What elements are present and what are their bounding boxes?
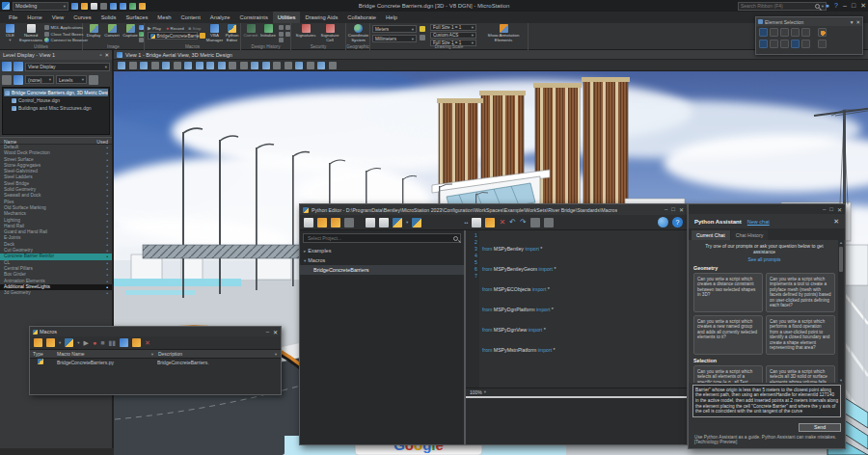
presentation-icon[interactable] <box>129 62 137 69</box>
pe-delete-icon[interactable]: ✕ <box>499 218 505 227</box>
new-chat-link[interactable]: New chat <box>747 219 770 225</box>
pe-redo-icon[interactable]: ↷ <box>520 218 527 227</box>
vba-manager-button[interactable]: VBA Manager <box>206 24 223 43</box>
apply-to-open-views-icon[interactable] <box>2 75 12 85</box>
maximize-button[interactable]: □ <box>852 0 855 12</box>
play-macro-button[interactable]: ▶Play <box>148 25 161 31</box>
change-level-icon[interactable] <box>2 62 12 71</box>
image-extra-icon-2[interactable] <box>139 32 144 37</box>
tab-chat-history[interactable]: Chat History <box>731 230 769 240</box>
signature-cell-button[interactable]: Signature Cell <box>318 24 341 43</box>
tree-item-reference-2[interactable]: Buildings and Misc Structures.dgn <box>4 104 108 112</box>
filter-dropdown[interactable]: (none)▾ <box>25 75 54 84</box>
display-button[interactable]: Display <box>85 24 102 39</box>
drawing-scale-dropdown[interactable]: Full Size 1 = 1▾ <box>430 24 476 31</box>
open-python-macro-icon[interactable] <box>65 338 73 347</box>
tab-collaborate[interactable]: Collaborate <box>342 12 381 23</box>
app-title-bar[interactable]: Modeling▾ Bridge Concrete Barriers.dgn [… <box>0 0 868 12</box>
acs-dropdown[interactable]: Custom ACS▾ <box>430 32 476 39</box>
view-attributes-icon[interactable] <box>140 62 148 69</box>
qat-open-icon[interactable] <box>81 3 88 10</box>
commit-button[interactable]: Commit <box>243 24 258 39</box>
tab-curves[interactable]: Curves <box>68 12 95 23</box>
macro-row[interactable]: BridgeConcreteBarriers.py BridgeConcrete… <box>30 359 281 367</box>
macros-minimize-icon[interactable]: – <box>266 329 269 335</box>
show-annotation-elements-button[interactable]: Show Annotation Elements <box>482 24 525 43</box>
pe-copy-icon[interactable] <box>485 218 495 228</box>
annotation-scale-lock-icon[interactable] <box>420 26 425 32</box>
capture-button[interactable]: Capture <box>122 24 139 39</box>
clip-volume-icon[interactable] <box>307 62 314 69</box>
select-invert-icon[interactable] <box>791 40 800 48</box>
tab-mesh[interactable]: Mesh <box>152 12 176 23</box>
sync-status-icon[interactable]: ● <box>826 0 829 12</box>
assistant-window-chrome[interactable]: – □ ✕ <box>689 204 845 214</box>
python-editor-button[interactable]: Python Editor <box>224 24 240 43</box>
walk-icon[interactable] <box>251 62 258 69</box>
new-macro-icon[interactable] <box>46 338 55 347</box>
macros-title-bar[interactable]: Macros –✕ <box>30 327 281 336</box>
signatures-button[interactable]: Signatures <box>295 24 316 39</box>
level-groups-icon[interactable] <box>14 75 23 85</box>
record-macro-button[interactable]: ●Record <box>166 25 184 31</box>
workflow-selector[interactable]: Modeling▾ <box>13 2 68 11</box>
sub-units-dropdown[interactable]: Millimeters▾ <box>372 35 417 42</box>
close-tool-boxes-button[interactable]: Close Tool Boxes <box>44 32 83 37</box>
view-display-mode-icon[interactable] <box>118 62 125 69</box>
search-icon[interactable] <box>815 4 820 9</box>
scroll-thumb[interactable] <box>839 247 843 272</box>
initialize-button[interactable]: Initialize <box>259 24 277 39</box>
pe-save-icon[interactable] <box>344 218 354 228</box>
pe-find-icon[interactable] <box>530 218 540 228</box>
prompt-card[interactable]: Can you write a script which performs a … <box>766 315 835 355</box>
tab-analyze[interactable]: Analyze <box>205 12 235 23</box>
connect-browser-button[interactable]: Connect to Browser <box>44 38 88 42</box>
tree-node-active-file[interactable]: BridgeConcreteBarriers <box>300 265 464 275</box>
play-macro-icon[interactable]: ▶ <box>84 339 89 347</box>
fly-icon[interactable] <box>262 62 270 69</box>
macros-table-header[interactable]: Type Macro Name▼ Description▼ <box>30 350 281 359</box>
tab-solids[interactable]: Solids <box>96 12 122 23</box>
palette-close-icon[interactable]: ✕ <box>855 19 860 25</box>
tree-node-examples[interactable]: ▸Examples <box>300 246 464 255</box>
select-shape-icon[interactable] <box>780 28 789 37</box>
project-search-input[interactable] <box>306 234 451 242</box>
tab-file[interactable]: File <box>4 12 22 23</box>
ribbon-search[interactable]: ▾ <box>738 2 827 11</box>
ribbon-search-input[interactable] <box>741 3 813 9</box>
minimize-button[interactable]: – <box>843 0 847 12</box>
select-subtract-icon[interactable] <box>780 40 789 48</box>
zoom-out-icon[interactable] <box>196 62 203 69</box>
output-console[interactable] <box>466 398 687 444</box>
assistant-scrollbar[interactable]: ▲ ▼ <box>838 240 844 383</box>
convert-button[interactable]: Convert <box>103 24 121 39</box>
panel-pin-icon[interactable]: ▫ <box>99 50 101 60</box>
level-options-icon[interactable] <box>89 75 98 85</box>
panel-close-icon[interactable]: ✕ <box>104 50 109 60</box>
stop-macro-button[interactable]: ■Stop <box>188 25 202 31</box>
qat-properties-icon[interactable] <box>139 3 146 10</box>
mdl-applications-button[interactable]: MDL Applications <box>44 25 83 30</box>
pe-save-all-icon[interactable] <box>366 218 375 228</box>
pe-run-macro-icon[interactable] <box>393 218 402 228</box>
view-display-icon[interactable] <box>14 62 23 71</box>
import-macro-icon[interactable] <box>34 338 42 347</box>
history-icon-4[interactable] <box>285 32 290 37</box>
tree-item-reference-1[interactable]: Control_House.dgn <box>4 96 108 104</box>
tab-current-chat[interactable]: Current Chat <box>692 230 730 240</box>
background-map-icon[interactable] <box>151 62 159 69</box>
select-individual-icon[interactable] <box>759 28 768 37</box>
prompt-card[interactable]: Can you write a script which creates a n… <box>693 315 763 355</box>
pe-open-recent-icon[interactable] <box>331 218 340 228</box>
qat-tools-icon[interactable] <box>129 3 136 10</box>
pe-export-icon[interactable] <box>379 218 389 228</box>
zoom-in-icon[interactable] <box>184 62 192 69</box>
ole-button[interactable]: OLE▾ <box>3 24 17 43</box>
tab-surfaces[interactable]: Surfaces <box>121 12 152 23</box>
prompt-card[interactable]: Can you write a script which selects all… <box>766 365 835 383</box>
pe-new-file-icon[interactable] <box>304 218 313 228</box>
acs-lock-icon[interactable] <box>420 35 425 40</box>
select-add-icon[interactable] <box>818 28 827 37</box>
pa-minimize-icon[interactable]: – <box>823 206 826 212</box>
select-circle-icon[interactable] <box>791 28 800 37</box>
